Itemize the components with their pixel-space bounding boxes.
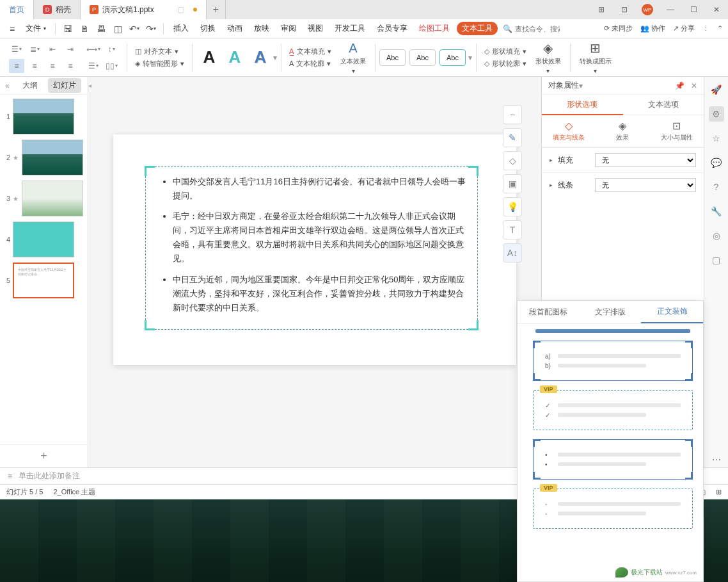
shape-style-more-icon[interactable]: ▾ — [468, 53, 472, 62]
dock-chat-icon[interactable]: 💬 — [709, 155, 724, 170]
menu-insert[interactable]: 插入 — [169, 23, 193, 34]
dock-rocket-icon[interactable]: 🚀 — [709, 82, 724, 97]
fill-select[interactable]: 无 — [595, 153, 696, 167]
line-section[interactable]: ▸线条 无 — [542, 172, 704, 197]
shape-style-1[interactable]: Abc — [379, 49, 406, 66]
search-input[interactable] — [515, 25, 560, 33]
menu-animation[interactable]: 动画 — [223, 23, 247, 34]
align-text-button[interactable]: ◫ 对齐文本 ▾ — [135, 47, 184, 56]
dock-star-icon[interactable]: ☆ — [709, 131, 724, 146]
play-icon[interactable]: ▢ — [177, 5, 184, 14]
collapse-ribbon-icon[interactable]: ⌃ — [717, 24, 723, 33]
shape-outline-button[interactable]: ◇ 形状轮廓 ▾ — [484, 59, 526, 69]
wordart-style-3[interactable]: A — [248, 47, 273, 67]
canvas[interactable]: ◂ 中国外交部发言人毛宁11月16日主持例行记者会。有记者就中日领导人会晤一事提… — [88, 77, 541, 467]
line-select[interactable]: 无 — [595, 178, 696, 192]
layers-icon[interactable]: ▣ — [503, 174, 522, 193]
slide-thumb-1[interactable] — [13, 99, 74, 134]
smart-graphic-button[interactable]: ◈ 转智能图形 ▾ — [135, 59, 184, 69]
size-prop-tab[interactable]: ⊡大小与属性 — [650, 115, 704, 147]
maximize-button[interactable]: ☐ — [682, 0, 705, 19]
text-outline-button[interactable]: A 文本轮廓 ▾ — [289, 59, 331, 69]
redo-icon[interactable]: ↷▾ — [144, 22, 158, 36]
notes-placeholder[interactable]: 单击此处添加备注 — [19, 471, 80, 481]
text-vertical-icon[interactable]: ↕▾ — [104, 42, 119, 56]
number-list-icon[interactable]: ≣▾ — [27, 42, 42, 56]
wordart-more-icon[interactable]: ▾ — [273, 53, 277, 62]
style-card-3[interactable]: • • — [533, 439, 693, 480]
menu-devtools[interactable]: 开发工具 — [330, 23, 370, 34]
dock-present-icon[interactable]: ▢ — [709, 252, 724, 268]
tab-file[interactable]: P 演示文稿1.pptx ▢ — [81, 0, 207, 19]
style-card-4[interactable]: VIP ◦ ◦ — [533, 489, 693, 529]
shape-icon[interactable]: ◇ — [503, 151, 522, 170]
increase-indent-icon[interactable]: ⇥ — [63, 42, 78, 56]
minimize-button[interactable]: — — [659, 0, 682, 19]
effect-tab[interactable]: ◈效果 — [596, 115, 649, 147]
dock-more-icon[interactable]: ⋯ — [709, 452, 724, 467]
tab-add[interactable]: + — [207, 0, 226, 19]
shape-options-tab[interactable]: 形状选项 — [542, 95, 623, 115]
dock-settings-icon[interactable]: ⚙ — [709, 106, 724, 122]
popover-tab-decoration[interactable]: 正文装饰 — [641, 301, 703, 323]
pen-icon[interactable]: ✎ — [503, 128, 522, 147]
saveas-icon[interactable]: 🗎 — [77, 22, 91, 36]
align-right-icon[interactable]: ≡ — [45, 59, 60, 73]
notes-icon[interactable]: ≡ — [8, 472, 12, 481]
text-style-icon[interactable]: A↕ — [503, 243, 522, 263]
file-menu[interactable]: 文件▾ — [22, 23, 50, 34]
text-options-tab[interactable]: 文本选项 — [623, 95, 704, 115]
dock-idea-icon[interactable]: ◎ — [709, 228, 724, 243]
avatar[interactable]: WP — [636, 0, 659, 19]
pin-icon[interactable]: 📌 — [675, 81, 684, 90]
dock-tool-icon[interactable]: 🔧 — [709, 204, 724, 219]
winicon-2[interactable]: ⊡ — [613, 0, 636, 19]
popover-tab-layout[interactable]: 文字排版 — [580, 301, 642, 323]
align-center-icon[interactable]: ≡ — [27, 59, 42, 73]
print-icon[interactable]: 🖶 — [94, 22, 108, 36]
shape-effect-button[interactable]: ◈形状效果▾ — [530, 40, 566, 74]
shape-style-2[interactable]: Abc — [409, 49, 436, 66]
menu-member[interactable]: 会员专享 — [372, 23, 412, 34]
view-sorter-icon[interactable]: ⊞ — [716, 488, 722, 496]
wordart-style-2[interactable]: A — [222, 47, 248, 67]
menu-view[interactable]: 视图 — [303, 23, 328, 34]
text-effect-button[interactable]: A文本效果▾ — [335, 41, 371, 74]
slides-tab[interactable]: 幻灯片 — [48, 78, 81, 93]
slide-thumb-5[interactable]: 中国外交部发言人毛宁11月16日主持例行记者会… — [13, 263, 74, 298]
slide-thumb-3[interactable] — [22, 181, 83, 216]
columns-icon[interactable]: ▯▯▾ — [104, 59, 119, 73]
convert-diagram-button[interactable]: ⊞转换成图示▾ — [574, 40, 617, 74]
tab-docker[interactable]: D 稻壳 — [34, 0, 81, 19]
align-left-icon[interactable]: ≡ — [9, 59, 24, 73]
text-icon[interactable]: T — [503, 220, 522, 239]
dock-help-icon[interactable]: ? — [709, 179, 724, 195]
style-card-2[interactable]: VIP ✓ ✓ — [533, 390, 693, 430]
align-justify-icon[interactable]: ≡ — [63, 59, 78, 73]
shape-style-3[interactable]: Abc — [439, 49, 466, 66]
decrease-indent-icon[interactable]: ⇤ — [45, 42, 60, 56]
style-card-1[interactable]: a) b) — [533, 341, 693, 381]
tab-home[interactable]: 首页 — [0, 0, 34, 19]
canvas-collapse-icon[interactable]: ◂ — [88, 82, 91, 89]
close-button[interactable]: ✕ — [705, 0, 728, 19]
menu-drawing[interactable]: 绘图工具 — [415, 23, 454, 34]
share-button[interactable]: ↗ 分享 — [673, 24, 695, 33]
text-fill-button[interactable]: A̲ 文本填充 ▾ — [289, 47, 331, 56]
textbox[interactable]: 中国外交部发言人毛宁11月16日主持例行记者会。有记者就中日领导人会晤一事提问。… — [145, 166, 478, 330]
text-direction-icon[interactable]: ⟷▾ — [86, 42, 101, 56]
preview-icon[interactable]: ◫ — [111, 22, 125, 36]
add-slide-button[interactable]: + — [0, 444, 88, 467]
outline-tab[interactable]: 大纲 — [17, 78, 43, 93]
shape-fill-button[interactable]: ◇ 形状填充 ▾ — [484, 47, 526, 56]
menu-icon[interactable]: ≡ — [5, 22, 19, 36]
close-panel-icon[interactable]: ✕ — [691, 81, 697, 90]
fill-section[interactable]: ▸填充 无 — [542, 147, 704, 172]
minus-icon[interactable]: − — [503, 105, 522, 124]
winicon-1[interactable]: ⊞ — [590, 0, 613, 19]
unsync-button[interactable]: ⟳ 未同步 — [604, 24, 633, 33]
slide-thumb-4[interactable] — [13, 222, 74, 257]
bullet-2[interactable]: 毛宁：经中日双方商定，在曼谷亚太经合组织第二十九次领导人非正式会议期间，习近平主… — [173, 209, 466, 266]
popover-tab-icons[interactable]: 段首配图标 — [518, 301, 580, 323]
more-icon[interactable]: ⋮ — [702, 24, 709, 33]
